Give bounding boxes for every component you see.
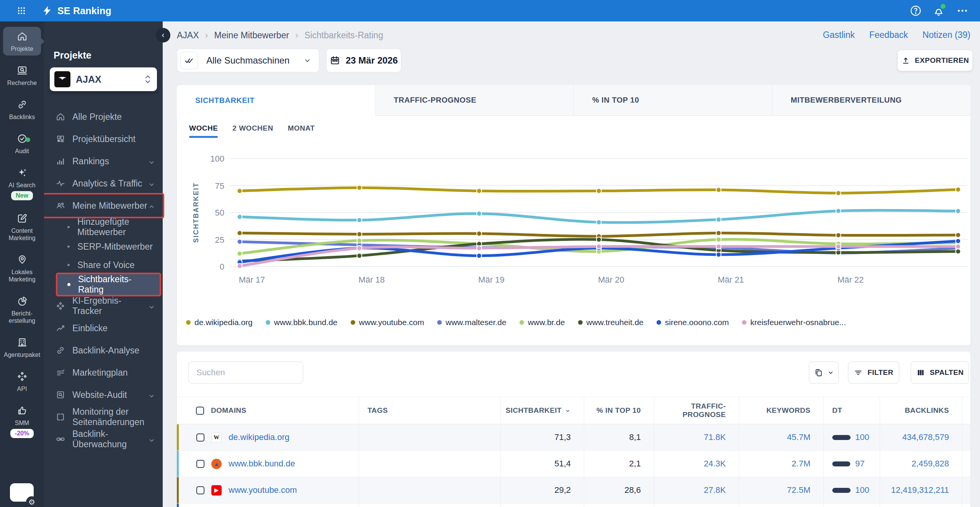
rail-item-berichterstellung[interactable]: Bericht- erstellung	[3, 291, 41, 327]
keywords-value[interactable]: 2.7M	[792, 459, 810, 469]
legend-item-www-youtube-com[interactable]: www.youtube.com	[351, 318, 424, 327]
tab--in-top-10[interactable]: % IN TOP 10	[573, 85, 772, 116]
sort-caret-icon[interactable]	[565, 407, 571, 414]
cell-domain: Wde.wikipedia.org	[177, 424, 359, 450]
legend-item-sirene-ooono-com[interactable]: sirene.ooono.com	[657, 318, 729, 327]
rail-item-backlinks[interactable]: Backlinks	[3, 95, 41, 124]
domain-link[interactable]: www.bbk.bund.de	[229, 459, 295, 469]
sidebar-item-rankings[interactable]: Rankings	[44, 150, 163, 172]
rail-item-audit[interactable]: Audit	[3, 129, 41, 158]
row-checkbox[interactable]	[196, 486, 204, 494]
rail-item-projekte[interactable]: Projekte	[3, 27, 41, 56]
sidebar-item-backlink-analyse[interactable]: Backlink-Analyse	[44, 339, 163, 361]
backlinks-value[interactable]: 434,678,579	[902, 432, 949, 442]
filter-button[interactable]: FILTER	[848, 361, 899, 384]
traffic-value[interactable]: 27.8K	[704, 485, 726, 495]
sidebar-item-website-audit[interactable]: Website-Audit	[44, 384, 163, 406]
search-engine-select[interactable]: Alle Suchmaschinen	[177, 49, 319, 72]
header-cell-domain[interactable]: DOMAINS	[177, 397, 359, 424]
header-cell-top10[interactable]: % IN TOP 10	[584, 397, 654, 424]
sidebar-item-projekt-bersicht[interactable]: Projektübersicht	[44, 128, 163, 150]
dt-value[interactable]: 100	[855, 485, 869, 495]
cell-tags	[359, 504, 500, 507]
rail-item-api[interactable]: API	[3, 367, 41, 396]
keywords-value[interactable]: 72.5M	[787, 485, 810, 495]
keywords-value[interactable]: 45.7M	[787, 432, 810, 442]
columns-button[interactable]: SPALTEN	[911, 361, 969, 384]
backlinks-value[interactable]: 12,419,312,211	[891, 485, 949, 495]
period-tab-monat[interactable]: MONAT	[288, 124, 315, 138]
header-link-notizen-39-[interactable]: Notizen (39)	[923, 30, 970, 40]
tab-traffic-prognose[interactable]: TRAFFIC-PROGNOSE	[375, 85, 574, 116]
backlinks-value[interactable]: 2,459,828	[911, 459, 949, 469]
rail-item-agenturpaket[interactable]: Agenturpaket	[3, 333, 41, 361]
header-cell-sichtbarkeit[interactable]: SICHTBARKEIT	[500, 397, 584, 424]
cell-traffic: 27.8K	[654, 477, 739, 503]
notifications-bell-icon[interactable]	[933, 5, 945, 17]
header-cell-traffic[interactable]: TRAFFIC-PROGNOSE	[654, 397, 739, 424]
rail-item-lokales-marketing[interactable]: Lokales Marketing	[3, 250, 41, 286]
sidebar-item-meine-mitbewerber[interactable]: Meine Mitbewerber	[44, 195, 163, 217]
sidebar-subitem-hinzugef-gte-mitbewerber[interactable]: Hinzugefügte Mitbewerber	[57, 217, 160, 237]
domain-link[interactable]: de.wikipedia.org	[229, 432, 289, 442]
sidebar-item-backlink-berwachung[interactable]: Backlink- Überwachung	[44, 428, 163, 450]
visibility-line-chart[interactable]: 0255075100Mär 17Mär 18Mär 19Mär 20Mär 21…	[177, 146, 970, 310]
breadcrumb-item[interactable]: Meine Mitbewerber	[214, 30, 289, 41]
sidebar-item-einblicke[interactable]: Einblicke	[44, 317, 163, 339]
filter-icon	[854, 368, 863, 377]
dt-value[interactable]: 100	[855, 432, 869, 442]
header-cell-tags[interactable]: TAGS	[359, 397, 500, 424]
select-all-checkbox[interactable]	[196, 407, 204, 415]
cell-dt: 100	[823, 477, 880, 503]
apps-grid-icon[interactable]	[17, 6, 26, 15]
period-tab-2-wochen[interactable]: 2 WOCHEN	[232, 124, 273, 138]
traffic-value[interactable]: 71.8K	[704, 432, 726, 442]
legend-item-www-treuheit-de[interactable]: www.treuheit.de	[578, 318, 644, 327]
legend-item-www-malteser-de[interactable]: www.malteser.de	[437, 318, 506, 327]
header-cell-dt[interactable]: DT	[823, 397, 880, 424]
sidebar-item-monitoring-der-seiten-nderungen[interactable]: Monitoring der Seitenänderungen	[44, 406, 163, 428]
copy-dropdown-button[interactable]	[809, 361, 839, 384]
pulse-icon	[56, 178, 65, 188]
search-input[interactable]	[196, 368, 307, 378]
sidebar-subitem-share-of-voice[interactable]: Share of Voice	[57, 256, 160, 274]
traffic-value[interactable]: 24.3K	[704, 459, 726, 469]
header-link-gastlink[interactable]: Gastlink	[823, 30, 855, 40]
sidebar-item-marketingplan[interactable]: Marketingplan	[44, 361, 163, 384]
settings-gear-icon[interactable]: ⚙	[26, 496, 38, 507]
row-checkbox[interactable]	[196, 433, 204, 442]
more-options-icon[interactable]	[956, 5, 969, 17]
dt-value[interactable]: 97	[855, 459, 864, 469]
row-checkbox[interactable]	[196, 460, 204, 468]
sidebar-collapse-button[interactable]: ‹	[156, 28, 170, 43]
date-picker-button[interactable]: 23 Mär 2026	[326, 49, 401, 72]
export-button[interactable]: EXPORTIEREN	[898, 50, 972, 71]
project-selector[interactable]: AJAX	[50, 67, 157, 91]
rail-item-content-marketing[interactable]: Content Marketing	[3, 209, 41, 245]
tab-sichtbarkeit[interactable]: SICHTBARKEIT	[177, 85, 375, 116]
header-cell-keywords[interactable]: KEYWORDS	[739, 397, 823, 424]
domain-link[interactable]: www.youtube.com	[229, 485, 297, 495]
sidebar-subitem-serp-mitbewerber[interactable]: SERP-Mitbewerber	[57, 237, 160, 256]
legend-item-www-bbk-bund-de[interactable]: www.bbk.bund.de	[266, 318, 338, 327]
rail-item-label: Recherche	[4, 79, 40, 87]
legend-item-de-wikipedia-org[interactable]: de.wikipedia.org	[186, 318, 253, 327]
link-icon	[56, 345, 65, 355]
help-icon[interactable]	[910, 5, 922, 17]
sidebar-item-analytics-traffic[interactable]: Analytics & Traffic	[44, 172, 163, 195]
home-icon	[56, 112, 65, 122]
period-tab-woche[interactable]: WOCHE	[189, 124, 218, 138]
header-link-feedback[interactable]: Feedback	[869, 30, 908, 40]
rail-item-ai-search[interactable]: AI SearchNew	[3, 163, 41, 203]
header-cell-backlinks[interactable]: BACKLINKS	[880, 397, 962, 424]
sidebar-item-ki-ergebnis-tracker[interactable]: KI-Ergebnis-Tracker	[44, 295, 163, 317]
legend-item-kreisfeuerwehr-osnabrue-[interactable]: kreisfeuerwehr-osnabrue...	[742, 318, 846, 327]
rail-item-recherche[interactable]: Recherche	[3, 61, 41, 90]
sidebar-subitem-sichtbarkeits-rating[interactable]: Sichtbarkeits-Rating	[57, 274, 160, 295]
rail-item-smm[interactable]: SMM-20%	[3, 401, 41, 441]
chevron-down-icon	[148, 303, 155, 309]
tab-mitbewerberverteilung[interactable]: MITBEWERBERVERTEILUNG	[772, 85, 971, 116]
sidebar-item-alle-projekte[interactable]: Alle Projekte	[44, 106, 163, 128]
legend-item-www-br-de[interactable]: www.br.de	[519, 318, 565, 327]
breadcrumb-item[interactable]: AJAX	[177, 30, 199, 41]
